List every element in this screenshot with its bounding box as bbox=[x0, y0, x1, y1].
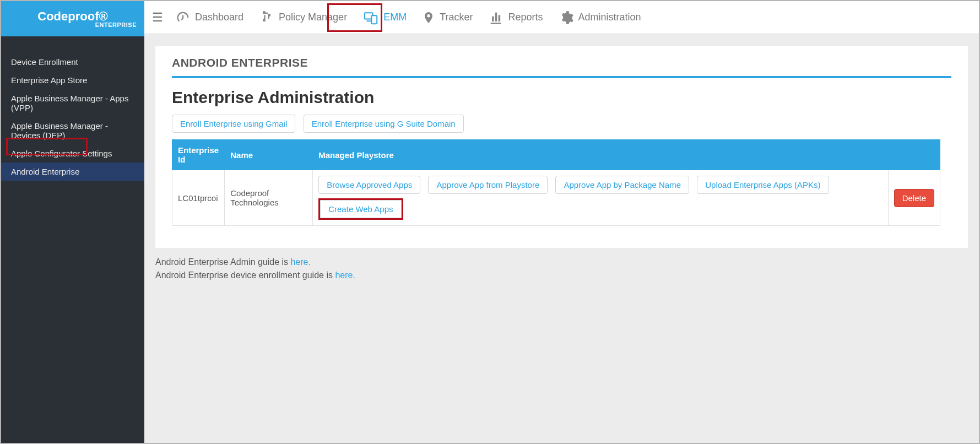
col-managed-playstore: Managed Playstore bbox=[313, 140, 888, 170]
sidebar-item-label: Enterprise App Store bbox=[11, 75, 87, 85]
table-header-row: Enterprise Id Name Managed Playstore bbox=[172, 140, 940, 170]
sidebar-item-abm-devices-dep[interactable]: Apple Business Manager - Devices (DEP) bbox=[1, 117, 144, 144]
approve-from-playstore-button[interactable]: Approve App from Playstore bbox=[428, 176, 548, 194]
footnote-block: Android Enterprise Admin guide is here. … bbox=[155, 256, 968, 282]
enroll-gmail-button[interactable]: Enroll Enterprise using Gmail bbox=[172, 115, 295, 133]
highlight-create-web-apps: Create Web Apps bbox=[318, 198, 403, 220]
nav-label: Policy Manager bbox=[279, 12, 347, 23]
panel-android-enterprise: ANDROID ENTERPRISE Enterprise Administra… bbox=[155, 46, 968, 248]
nav-label: Administration bbox=[578, 12, 641, 23]
nav-label: Dashboard bbox=[195, 12, 243, 23]
nav-emm[interactable]: EMM bbox=[355, 5, 414, 30]
devices-icon bbox=[362, 9, 379, 26]
sidebar-item-device-enrollment[interactable]: Device Enrollment bbox=[1, 53, 144, 71]
dashboard-icon bbox=[175, 10, 191, 25]
sidebar-item-android-enterprise[interactable]: Android Enterprise bbox=[1, 163, 144, 181]
footnote-text: Android Enterprise Admin guide is bbox=[155, 257, 290, 267]
sidebar-item-abm-apps-vpp[interactable]: Apple Business Manager - Apps (VPP) bbox=[1, 89, 144, 117]
nav-policy-manager[interactable]: Policy Manager bbox=[251, 5, 355, 30]
policy-icon bbox=[259, 10, 274, 25]
cell-row-actions: Delete bbox=[888, 170, 940, 226]
sidebar-nav: Device Enrollment Enterprise App Store A… bbox=[1, 36, 144, 181]
footnote-line-2: Android Enterprise device enrollment gui… bbox=[155, 269, 968, 282]
create-web-apps-button[interactable]: Create Web Apps bbox=[320, 200, 401, 218]
brand-header: Codeproof® ENTERPRISE bbox=[1, 1, 144, 36]
enroll-gsuite-button[interactable]: Enroll Enterprise using G Suite Domain bbox=[304, 115, 464, 133]
col-enterprise-id: Enterprise Id bbox=[172, 140, 225, 170]
nav-label: Tracker bbox=[440, 12, 473, 23]
cell-playstore-actions: Browse Approved Apps Approve App from Pl… bbox=[313, 170, 888, 226]
menu-toggle-icon[interactable]: ☰ bbox=[152, 12, 163, 24]
nav-label: EMM bbox=[383, 12, 407, 23]
nav-reports[interactable]: Reports bbox=[480, 5, 550, 30]
footnote-line-1: Android Enterprise Admin guide is here. bbox=[155, 256, 968, 269]
col-name: Name bbox=[225, 140, 313, 170]
sidebar: Codeproof® ENTERPRISE Device Enrollment … bbox=[1, 1, 144, 443]
nav-dashboard[interactable]: Dashboard bbox=[167, 5, 251, 30]
sidebar-item-apple-configurator[interactable]: Apple Configurator Settings bbox=[1, 144, 144, 163]
nav-tracker[interactable]: Tracker bbox=[414, 5, 480, 30]
delete-button[interactable]: Delete bbox=[894, 189, 934, 207]
sidebar-item-label: Apple Business Manager - Apps (VPP) bbox=[11, 94, 128, 112]
footnote-text: Android Enterprise device enrollment gui… bbox=[155, 270, 335, 280]
bar-chart-icon bbox=[488, 10, 503, 25]
table-row: LC01tprcoi Codeproof Technologies Browse… bbox=[172, 170, 940, 226]
content-area: ANDROID ENTERPRISE Enterprise Administra… bbox=[144, 34, 979, 443]
admin-guide-link[interactable]: here. bbox=[290, 257, 310, 267]
sidebar-item-label: Android Enterprise bbox=[11, 167, 79, 176]
sidebar-item-enterprise-app-store[interactable]: Enterprise App Store bbox=[1, 71, 144, 89]
top-navbar: ☰ Dashboard Policy Manager EMM Tracker R… bbox=[144, 1, 979, 34]
col-actions bbox=[888, 140, 940, 170]
sidebar-item-label: Apple Business Manager - Devices (DEP) bbox=[11, 121, 108, 140]
panel-title: ANDROID ENTERPRISE bbox=[172, 56, 951, 78]
nav-administration[interactable]: Administration bbox=[551, 5, 649, 30]
enterprise-table: Enterprise Id Name Managed Playstore LC0… bbox=[172, 139, 940, 226]
main-area: ☰ Dashboard Policy Manager EMM Tracker R… bbox=[144, 1, 979, 443]
browse-approved-apps-button[interactable]: Browse Approved Apps bbox=[318, 176, 420, 194]
enroll-button-row: Enroll Enterprise using Gmail Enroll Ent… bbox=[172, 115, 951, 137]
enrollment-guide-link[interactable]: here. bbox=[335, 270, 355, 280]
approve-by-package-button[interactable]: Approve App by Package Name bbox=[555, 176, 689, 194]
cell-name: Codeproof Technologies bbox=[225, 170, 313, 226]
sidebar-item-label: Apple Configurator Settings bbox=[11, 149, 112, 158]
gear-icon bbox=[559, 10, 574, 25]
nav-label: Reports bbox=[508, 12, 543, 23]
svg-rect-1 bbox=[371, 15, 377, 24]
location-pin-icon bbox=[422, 10, 435, 25]
upload-apks-button[interactable]: Upload Enterprise Apps (APKs) bbox=[697, 176, 829, 194]
brand-subtitle: ENTERPRISE bbox=[95, 21, 137, 28]
cell-enterprise-id: LC01tprcoi bbox=[172, 170, 225, 226]
sidebar-item-label: Device Enrollment bbox=[11, 57, 78, 67]
panel-subtitle: Enterprise Administration bbox=[172, 88, 951, 107]
